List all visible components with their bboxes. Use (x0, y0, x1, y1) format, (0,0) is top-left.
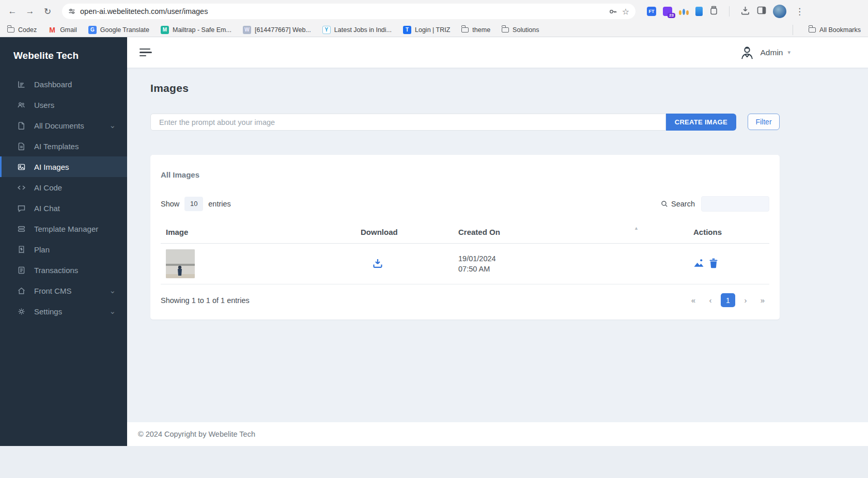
bookmark-gmail[interactable]: M Gmail (48, 26, 77, 34)
bar-chart-icon (17, 80, 26, 89)
download-image-button[interactable] (371, 257, 384, 272)
pagination-last-button[interactable]: » (756, 293, 769, 307)
extension-clipboard-icon[interactable] (695, 7, 703, 16)
bookmark-latest-jobs[interactable]: Y Latest Jobs in Indi... (322, 26, 392, 34)
bookmark-label: Login | TRIZ (415, 26, 450, 34)
bookmark-theme[interactable]: theme (461, 26, 490, 34)
created-date: 19/01/2024 (458, 253, 688, 264)
bookmark-web[interactable]: W [614477667] Web... (243, 26, 311, 34)
extension-people-icon[interactable] (679, 8, 689, 15)
sidebar-item-label: Users (34, 101, 116, 109)
browser-profile-avatar[interactable] (773, 5, 786, 18)
sidebar-item-ai-templates[interactable]: AI Templates (0, 136, 127, 156)
sidebar-item-label: Plan (34, 245, 116, 254)
user-menu[interactable]: Admin ▾ (738, 44, 791, 61)
browser-toolbar: ← → ↻ open-ai.webelitetech.com/user/imag… (0, 0, 868, 23)
pagination-first-button[interactable]: « (687, 293, 700, 307)
folder-icon (461, 27, 469, 33)
column-header-created-on[interactable]: Created On ▲ (453, 221, 688, 244)
show-label: Show (161, 200, 179, 208)
entries-per-page-select[interactable]: 10 (184, 197, 203, 211)
triz-favicon: T (403, 26, 411, 34)
sidebar-item-all-documents[interactable]: All Documents ⌄ (0, 115, 127, 136)
reload-button[interactable]: ↻ (40, 4, 55, 19)
user-name: Admin (761, 48, 783, 57)
image-thumbnail[interactable] (166, 249, 195, 278)
sidebar-item-transactions[interactable]: Transactions (0, 260, 127, 280)
pagination-prev-button[interactable]: ‹ (704, 293, 717, 307)
pagination-next-button[interactable]: › (739, 293, 752, 307)
view-image-button[interactable] (693, 258, 704, 269)
forward-button[interactable]: → (23, 4, 37, 19)
browser-menu-icon[interactable]: ⋮ (793, 6, 806, 17)
bookmark-mailtrap[interactable]: M Mailtrap - Safe Em... (161, 26, 231, 34)
table-search-input[interactable] (701, 196, 769, 212)
bookmark-label: Google Translate (100, 26, 149, 34)
chevron-down-icon: ⌄ (109, 286, 116, 295)
chevron-down-icon: ⌄ (109, 121, 116, 130)
pagination-page-1-button[interactable]: 1 (721, 293, 735, 307)
sidebar-item-settings[interactable]: Settings ⌄ (0, 301, 127, 322)
create-image-button[interactable]: CREATE IMAGE (666, 114, 736, 131)
sidebar-item-dashboard[interactable]: Dashboard (0, 74, 127, 94)
column-header-image[interactable]: Image (161, 221, 355, 244)
created-on-cell: 19/01/2024 07:50 AM (458, 253, 688, 274)
extension-ft-icon[interactable]: FT (647, 7, 656, 16)
address-bar[interactable]: open-ai.webelitetech.com/user/images ☆ (62, 4, 636, 19)
sidebar-item-plan[interactable]: Plan (0, 239, 127, 260)
sidebar-item-label: AI Code (34, 183, 116, 192)
sidebar-item-ai-images[interactable]: AI Images (0, 156, 127, 177)
extension-jar-icon[interactable] (709, 6, 718, 17)
sidebar-item-ai-code[interactable]: AI Code (0, 177, 127, 198)
chevron-down-icon: ▾ (787, 49, 791, 56)
all-bookmarks-button[interactable]: All Bookmarks (809, 26, 861, 34)
layers-icon (17, 225, 26, 233)
downloads-icon[interactable] (740, 6, 750, 17)
folder-icon (809, 27, 816, 33)
bookmarks-bar: Codez M Gmail G Google Translate M Mailt… (0, 23, 868, 37)
card-title: All Images (161, 165, 769, 179)
bookmark-solutions[interactable]: Solutions (502, 26, 539, 34)
all-bookmarks-label: All Bookmarks (819, 26, 861, 34)
file-text-icon (17, 142, 26, 151)
bookmark-login-triz[interactable]: T Login | TRIZ (403, 26, 450, 34)
site-info-icon[interactable] (68, 8, 75, 15)
toolbar-divider (729, 6, 730, 17)
user-avatar-icon (738, 44, 756, 61)
column-header-actions[interactable]: Actions (688, 221, 769, 244)
sidebar-item-label: Settings (34, 307, 101, 316)
image-prompt-input[interactable] (150, 114, 666, 131)
sort-asc-icon[interactable]: ▲ (634, 226, 639, 231)
extensions-area: FT 23 (647, 5, 806, 18)
chat-icon (17, 204, 26, 213)
sidebar-item-ai-chat[interactable]: AI Chat (0, 198, 127, 218)
bookmark-google-translate[interactable]: G Google Translate (88, 26, 149, 34)
sidebar-toggle-button[interactable] (140, 46, 152, 59)
extension-purple-icon[interactable]: 23 (663, 7, 672, 16)
home-icon (17, 286, 26, 295)
sidebar-item-front-cms[interactable]: Front CMS ⌄ (0, 280, 127, 301)
bookmark-star-icon[interactable]: ☆ (622, 7, 629, 17)
bookmark-label: theme (472, 26, 490, 34)
browser-chrome: ← → ↻ open-ai.webelitetech.com/user/imag… (0, 0, 868, 37)
copyright-text: © 2024 Copyright by Webelite Tech (138, 430, 255, 438)
app-topbar: Admin ▾ (127, 37, 868, 68)
bookmark-label: Codez (18, 26, 37, 34)
page-content: Images CREATE IMAGE Filter All Images Sh… (127, 68, 868, 422)
column-label: Created On (458, 228, 500, 236)
delete-image-button[interactable] (709, 258, 718, 270)
chevron-down-icon: ⌄ (109, 307, 116, 316)
search-icon (661, 200, 668, 208)
password-key-icon[interactable] (609, 7, 617, 16)
search-label: Search (671, 200, 695, 208)
filter-button[interactable]: Filter (748, 114, 780, 130)
back-button[interactable]: ← (5, 4, 20, 19)
column-header-download[interactable]: Download (355, 221, 453, 244)
sidebar-item-label: Transactions (34, 266, 116, 275)
side-panel-icon[interactable] (757, 6, 766, 17)
sidebar-item-users[interactable]: Users (0, 94, 127, 115)
created-time: 07:50 AM (458, 264, 688, 274)
bookmark-codez[interactable]: Codez (7, 26, 37, 34)
sidebar-item-label: All Documents (34, 121, 101, 130)
sidebar-item-template-manager[interactable]: Template Manager (0, 218, 127, 239)
